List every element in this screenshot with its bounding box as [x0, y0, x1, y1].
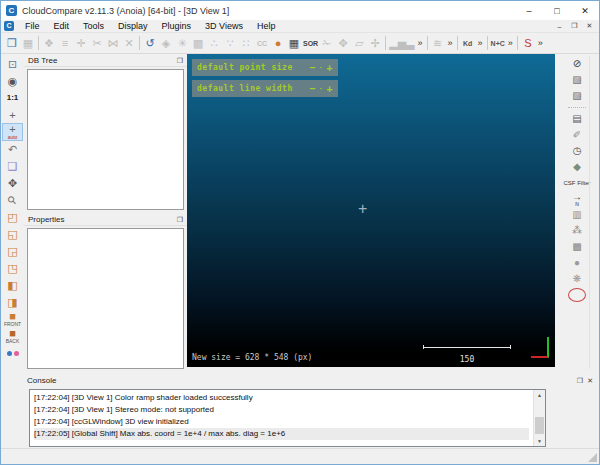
toolbar-extend-3[interactable]: » [476, 38, 485, 48]
toolbar-separator [385, 36, 386, 50]
trowel-icon[interactable]: ✐ [568, 128, 586, 142]
line-width-decrease-button[interactable]: − [309, 83, 316, 94]
menu-bar: C FileEditToolsDisplayPlugins3D ViewsHel… [1, 20, 599, 33]
db-tree-title-bar: DB Tree ❐ [24, 54, 187, 67]
menu-item-display[interactable]: Display [111, 20, 155, 33]
toolbar-separator [568, 107, 586, 108]
db-tree-float-button[interactable]: ❐ [177, 57, 183, 64]
toolbar-separator [517, 36, 518, 50]
menu-item-3d-views[interactable]: 3D Views [198, 20, 250, 33]
clipping-box-icon: ▱ [351, 34, 367, 52]
stereo-dots-icon[interactable] [3, 345, 22, 361]
pivot-visibility-icon[interactable]: ↶ [3, 141, 22, 157]
ransac-icon[interactable]: ❋ [568, 272, 586, 286]
scrollbar-thumb[interactable] [535, 417, 544, 434]
hpr-icon[interactable]: ▥ [568, 208, 586, 222]
normals-arrow-icon[interactable]: →N [568, 192, 586, 206]
point-size-increase-button[interactable]: + [326, 62, 333, 73]
fullscreen-3d-icon[interactable]: ⊡ [3, 56, 22, 72]
menu-item-plugins[interactable]: Plugins [155, 20, 199, 33]
auto-pick-rotation-icon[interactable]: +auto [3, 124, 22, 140]
perspective-cube-icon[interactable]: ❑ [3, 158, 22, 174]
m3c2-icon[interactable]: ⁂ [568, 224, 586, 238]
csf-filter-label[interactable]: CSF Filter [568, 176, 586, 190]
compass-icon[interactable]: ◷ [568, 144, 586, 158]
pick-rotation-center-icon[interactable]: ↺ [142, 34, 158, 52]
maximize-button[interactable]: □ [543, 1, 571, 20]
shield-icon[interactable]: ◆ [568, 160, 586, 174]
mdi-child-icon: C [4, 21, 14, 31]
scroll-up-icon[interactable]: ▲ [534, 390, 545, 400]
window-title: CloudCompare v2.11.3 (Anoia) [64-bit] - … [22, 6, 229, 16]
console-scrollbar[interactable]: ▲ ▼ [533, 390, 545, 446]
qpcv-icon[interactable]: ● [270, 34, 286, 52]
compute-normals-icon: ◈ [158, 34, 174, 52]
toolbar-extend-2[interactable]: » [446, 38, 455, 48]
noise-filter-icon: ∵ [222, 34, 238, 52]
zoom-fit-icon[interactable]: + [3, 107, 22, 123]
checkerboard-icon[interactable]: ▦ [286, 34, 302, 52]
cc-plugin-icon: CC [254, 34, 270, 52]
render-film-icon[interactable]: ▨ [568, 89, 586, 103]
db-tree-content[interactable] [27, 69, 184, 210]
child-minimize-button[interactable]: – [553, 23, 566, 30]
properties-float-button[interactable]: ❐ [177, 216, 183, 223]
histogram-icon: ▂▅▃ [388, 34, 415, 52]
sor-filter-icon[interactable]: SOR [302, 34, 319, 52]
poisson-blob-icon[interactable]: ● [568, 256, 586, 270]
toolbar-extend-1[interactable]: » [416, 38, 425, 48]
texture-image-icon[interactable]: ▩ [568, 240, 586, 254]
no-entry-icon[interactable]: ⊘ [568, 57, 586, 71]
resample-icon: ∷ [238, 34, 254, 52]
console-float-button[interactable]: ❐ [577, 377, 583, 384]
line-width-increase-button[interactable]: + [326, 83, 333, 94]
animation-clapper-icon[interactable]: ▤ [568, 112, 586, 126]
point-size-decrease-button[interactable]: − [309, 62, 316, 73]
toolbar-separator [427, 36, 428, 50]
scroll-down-icon[interactable]: ▼ [534, 436, 545, 446]
view-front-icon[interactable]: ◧ [3, 277, 22, 293]
fan-icon: ✢ [367, 34, 383, 52]
n-plus-c-icon[interactable]: N+C [490, 34, 506, 52]
iso-front-icon[interactable]: ■FRONT [3, 311, 22, 327]
console-title: Console [27, 376, 56, 385]
render-image-icon[interactable]: ▨ [568, 73, 586, 87]
line-width-overlay: default line width − · + [192, 80, 338, 97]
zoom-1-1-icon[interactable]: 1:1 [3, 90, 22, 106]
close-button[interactable]: ✕ [571, 1, 599, 20]
iso-back-icon[interactable]: ■BACK [3, 328, 22, 344]
view-left-icon[interactable]: ◲ [3, 243, 22, 259]
view-top-icon[interactable]: ◰ [3, 209, 22, 225]
voxel-grid-icon: ▩ [190, 34, 206, 52]
view-right-icon[interactable]: ◳ [3, 260, 22, 276]
delete-icon: ✕ [121, 34, 137, 52]
child-restore-button[interactable]: ❐ [568, 22, 581, 30]
child-close-button[interactable]: ✕ [583, 22, 596, 30]
ellipse-outline-icon[interactable] [568, 288, 586, 302]
menu-item-help[interactable]: Help [250, 20, 283, 33]
screenshot-camera-icon[interactable]: ◉ [3, 73, 22, 89]
console-close-button[interactable]: ✕ [587, 377, 593, 384]
menu-item-tools[interactable]: Tools [76, 20, 111, 33]
segment-icon: ✂ [89, 34, 105, 52]
menu-item-edit[interactable]: Edit [47, 20, 77, 33]
kd-tree-icon[interactable]: Kd [460, 34, 476, 52]
toolbar-extend-4[interactable]: » [506, 38, 515, 48]
compute-octree-icon: ✳ [174, 34, 190, 52]
toolbar-extend-5[interactable]: » [536, 38, 545, 48]
line-width-dot: · [319, 85, 324, 93]
resize-grip[interactable] [588, 453, 597, 462]
view-bottom-icon[interactable]: ◱ [3, 226, 22, 242]
s-curve-icon[interactable]: S [520, 34, 536, 52]
toolbar-separator [139, 36, 140, 50]
open-icon[interactable]: ❒ [4, 34, 20, 52]
scale-bar-label: 150 [423, 355, 511, 364]
3d-view[interactable]: default point size − · + default line wi… [187, 54, 557, 367]
pan-icon[interactable]: ✥ [3, 175, 22, 191]
view-back-icon[interactable]: ◨ [3, 294, 22, 310]
minimize-button[interactable]: – [515, 1, 543, 20]
magnifier-icon[interactable]: ⚲ [3, 192, 22, 208]
properties-title: Properties [28, 215, 64, 224]
menu-item-file[interactable]: File [18, 20, 47, 33]
properties-content[interactable] [27, 228, 184, 369]
